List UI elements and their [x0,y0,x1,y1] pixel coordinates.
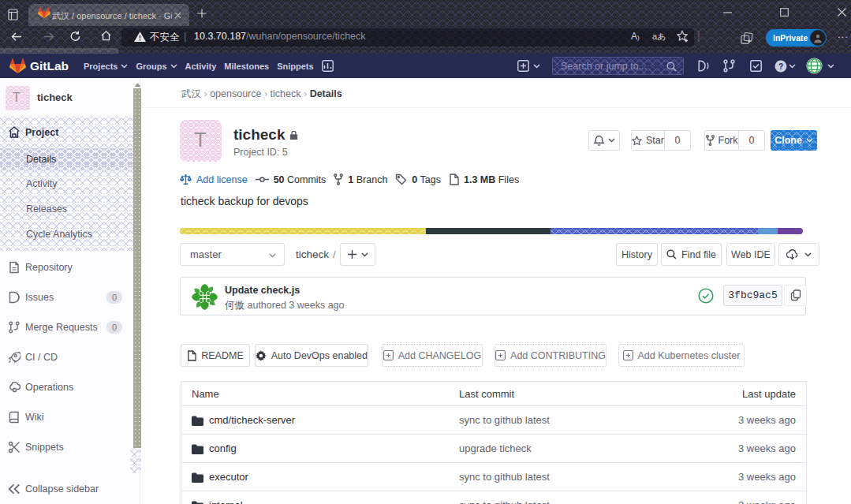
svg-text:?: ? [778,62,783,71]
